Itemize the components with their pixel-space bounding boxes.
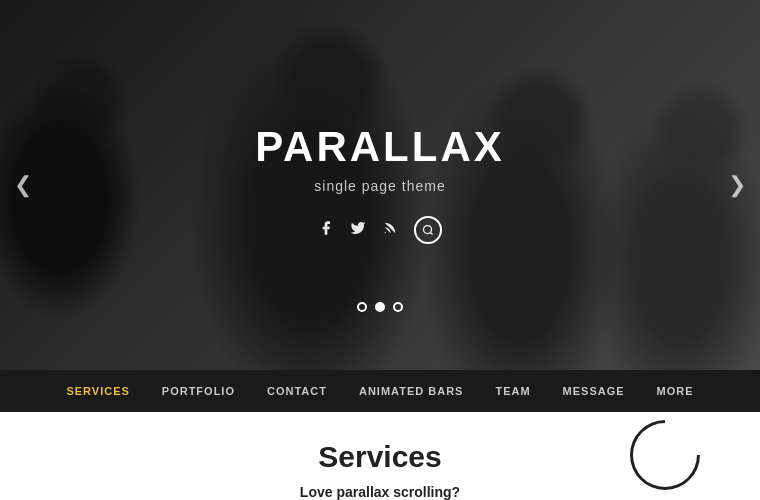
carousel-dots (357, 302, 403, 312)
dot-3[interactable] (393, 302, 403, 312)
twitter-icon[interactable] (350, 220, 366, 240)
nav-item-team[interactable]: TEAM (493, 381, 532, 401)
dot-1[interactable] (357, 302, 367, 312)
content-section: Services Love parallax scrolling? (0, 412, 760, 500)
carousel-next-arrow[interactable]: ❯ (720, 164, 754, 206)
social-icons (255, 216, 505, 244)
facebook-icon[interactable] (318, 220, 334, 240)
search-button[interactable] (414, 216, 442, 244)
nav-item-contact[interactable]: CONTACT (265, 381, 329, 401)
nav-item-portfolio[interactable]: PORTFOLIO (160, 381, 237, 401)
hero-subtitle: single page theme (255, 178, 505, 194)
svg-line-2 (430, 232, 432, 234)
nav-item-animated-bars[interactable]: ANIMATED BARS (357, 381, 465, 401)
carousel-prev-arrow[interactable]: ❮ (6, 164, 40, 206)
nav-item-more[interactable]: MORE (655, 381, 696, 401)
dot-2[interactable] (375, 302, 385, 312)
svg-point-0 (385, 232, 386, 233)
rss-icon[interactable] (382, 220, 398, 240)
nav-item-message[interactable]: MESSAGE (561, 381, 627, 401)
navigation-bar: SERVICES PORTFOLIO CONTACT ANIMATED BARS… (0, 370, 760, 412)
hero-content: PARALLAX single page theme (255, 126, 505, 244)
section-subtitle: Love parallax scrolling? (20, 484, 740, 500)
nav-item-services[interactable]: SERVICES (64, 381, 131, 401)
hero-title: PARALLAX (255, 126, 505, 168)
hero-section: ❮ PARALLAX single page theme (0, 0, 760, 370)
svg-point-1 (423, 226, 431, 234)
